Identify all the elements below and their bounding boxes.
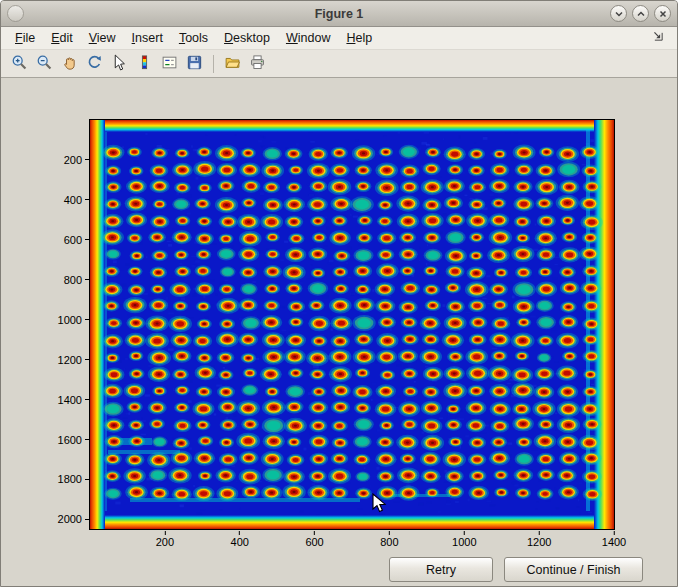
open-button[interactable] — [221, 52, 244, 75]
figure-toolbar — [1, 50, 677, 78]
zoom-out-button[interactable] — [33, 52, 56, 75]
plot-canvas[interactable] — [90, 120, 614, 529]
zoom-in-button[interactable] — [8, 52, 31, 75]
rotate-3d-button[interactable] — [83, 52, 106, 75]
close-button[interactable] — [654, 5, 671, 22]
data-cursor-button[interactable] — [108, 52, 131, 75]
colorbar-button[interactable] — [133, 52, 156, 75]
data-cursor-icon — [111, 54, 128, 74]
dock-figure-button[interactable] — [646, 27, 671, 49]
y-tick-label: 1400 — [58, 394, 89, 406]
y-tick-label: 1600 — [58, 434, 89, 446]
menu-view[interactable]: View — [81, 28, 124, 48]
insert-legend-icon — [161, 54, 178, 74]
x-tick-label: 800 — [380, 531, 398, 548]
print-icon — [249, 54, 266, 74]
menu-window[interactable]: Window — [278, 28, 338, 48]
menu-edit[interactable]: Edit — [43, 28, 81, 48]
menu-help[interactable]: Help — [338, 28, 380, 48]
menu-desktop[interactable]: Desktop — [216, 28, 278, 48]
y-tick-label: 1200 — [58, 354, 89, 366]
menu-tools[interactable]: Tools — [171, 28, 216, 48]
print-button[interactable] — [246, 52, 269, 75]
menu-bar: FileEditViewInsertToolsDesktopWindowHelp — [1, 27, 677, 50]
rotate-3d-icon — [86, 54, 103, 74]
zoom-out-icon — [36, 54, 53, 74]
y-tick-label: 1000 — [58, 314, 89, 326]
x-tick-label: 400 — [231, 531, 249, 548]
dock-arrow-icon — [652, 29, 665, 47]
figure-window: Figure 1 FileEditViewInsertToolsDesktopW… — [0, 0, 678, 587]
y-tick-label: 1800 — [58, 473, 89, 485]
pan-button[interactable] — [58, 52, 81, 75]
window-title: Figure 1 — [1, 7, 677, 21]
close-icon — [658, 5, 668, 23]
x-tick-label: 200 — [156, 531, 174, 548]
x-tick-label: 1000 — [452, 531, 476, 548]
menu-file[interactable]: File — [7, 28, 43, 48]
maximize-button[interactable] — [632, 5, 649, 22]
y-tick-label: 600 — [64, 234, 89, 246]
y-tick-label: 200 — [64, 154, 89, 166]
zoom-in-icon — [11, 54, 28, 74]
x-tick-label: 600 — [305, 531, 323, 548]
open-icon — [224, 54, 241, 74]
x-tick-label: 1400 — [602, 531, 626, 548]
chevron-down-icon — [614, 5, 624, 23]
colorbar-icon — [136, 54, 153, 74]
toolbar-separator — [213, 55, 214, 73]
y-tick-label: 2000 — [58, 513, 89, 525]
axes-plot-area[interactable] — [89, 119, 615, 530]
menu-insert[interactable]: Insert — [124, 28, 171, 48]
continue-finish-button[interactable]: Continue / Finish — [504, 557, 643, 582]
y-axis-ticks: 200400600800100012001400160018002000 — [1, 119, 89, 530]
x-axis-ticks: 200400600800100012001400 — [89, 531, 615, 551]
shade-button[interactable] — [610, 5, 627, 22]
chevron-up-icon — [636, 5, 646, 23]
figure-canvas-area: 200400600800100012001400160018002000 200… — [1, 78, 677, 586]
insert-legend-button[interactable] — [158, 52, 181, 75]
save-button[interactable] — [183, 52, 206, 75]
title-bar: Figure 1 — [1, 1, 677, 27]
window-menu-button[interactable] — [7, 5, 24, 22]
retry-button[interactable]: Retry — [389, 557, 493, 582]
y-tick-label: 800 — [64, 274, 89, 286]
save-icon — [186, 54, 203, 74]
pan-icon — [61, 54, 78, 74]
x-tick-label: 1200 — [527, 531, 551, 548]
y-tick-label: 400 — [64, 194, 89, 206]
